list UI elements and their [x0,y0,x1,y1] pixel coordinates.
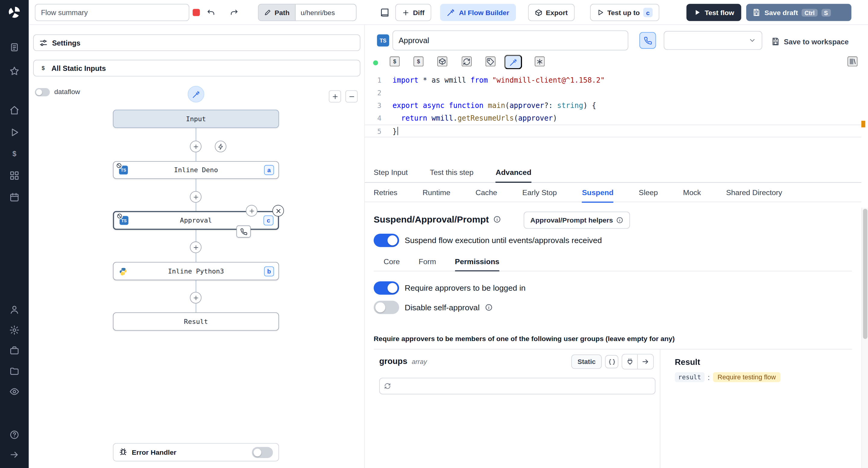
windmill-logo[interactable] [7,4,22,20]
zoom-out-button[interactable] [345,90,358,102]
save-draft-button[interactable]: Save draftCtrlS [746,4,851,21]
sidebar-schedules-icon[interactable] [8,191,21,204]
plug-icon-button[interactable] [622,355,638,369]
export-button[interactable]: Export [528,4,575,21]
sidebar-settings-icon[interactable] [8,324,21,337]
tab-cache[interactable]: Cache [475,183,497,203]
error-handler-toggle[interactable] [252,447,273,458]
flow-node-inline-python3[interactable]: Inline Python3 b [113,262,279,281]
panel-scrollbar[interactable] [861,208,868,468]
tab-retries[interactable]: Retries [374,183,398,203]
wand-icon [447,8,455,17]
ai-assistant-wand-icon[interactable] [504,55,522,69]
overview-ruler-warning [861,121,865,127]
arrow-icon-button[interactable] [638,355,653,369]
result-colon: : [708,373,710,381]
test-up-to-button[interactable]: Test up toc [590,4,659,21]
redo-button[interactable] [226,4,242,21]
approval-phone-icon[interactable] [236,226,251,238]
scrollbar-thumb[interactable] [863,209,867,339]
code-line[interactable]: 1import * as wmill from "windmill-client… [365,74,861,86]
sidebar-workers-icon[interactable] [8,344,21,357]
sidebar-variables-icon[interactable] [8,147,21,161]
sidebar-help-icon[interactable] [8,428,21,441]
sidebar-favorites-icon[interactable] [8,64,21,78]
tab-shared-directory[interactable]: Shared Directory [726,183,782,203]
sidebar-jobs-icon[interactable] [8,126,21,139]
tab-step-input[interactable]: Step Input [374,164,408,183]
insert-branch-button[interactable] [215,141,227,153]
ai-flow-builder-button[interactable]: AI Flow Builder [440,4,516,21]
insert-step-button[interactable] [190,191,202,203]
tab-advanced[interactable]: Advanced [496,164,532,183]
step-name-input[interactable] [393,30,628,50]
step-id-badge: c [643,8,652,17]
tab-sleep[interactable]: Sleep [639,183,658,203]
refresh-icon[interactable] [384,383,391,389]
groups-input[interactable] [394,382,650,390]
result-value-chip[interactable]: Require testing flow [713,372,780,382]
zoom-in-button[interactable] [329,90,341,102]
variable-picker-icon[interactable] [390,56,400,66]
reset-code-icon[interactable] [462,56,472,66]
sidebar-collapse-icon[interactable] [8,448,21,461]
code-line[interactable]: 5} [365,124,861,137]
sidebar-home-icon[interactable] [8,104,21,117]
flow-node-result[interactable]: Result [113,313,279,331]
resource-picker-icon[interactable] [437,56,447,66]
suspend-heading-row: Suspend/Approval/Prompt [374,212,501,227]
template-select[interactable] [664,31,762,50]
tab-test-this-step[interactable]: Test this step [430,164,473,183]
disable-self-approval-toggle[interactable] [374,301,399,314]
sliders-icon [39,38,48,47]
flow-node-inline-deno[interactable]: TS Inline Deno a [113,161,279,179]
tab-early-stop[interactable]: Early Stop [522,183,557,203]
suspend-phone-button[interactable] [639,32,656,49]
code-line[interactable]: 3export async function main(approver?: s… [365,99,861,112]
all-static-inputs-row[interactable]: All Static Inputs [33,60,361,76]
flow-summary-input[interactable] [35,4,189,21]
tab-core[interactable]: Core [384,253,400,271]
insert-step-button[interactable] [190,141,202,153]
dataflow-toggle[interactable] [35,88,50,96]
sidebar-users-icon[interactable] [8,303,21,316]
require-login-toggle[interactable] [374,281,399,295]
path-button[interactable]: Path u/henri/bes [258,4,356,21]
add-step-after-approval-button[interactable] [246,205,258,217]
tab-suspend[interactable]: Suspend [582,183,614,203]
expression-toggle-button[interactable] [605,355,618,368]
script-library-icon[interactable] [847,56,858,66]
sidebar-runs-icon[interactable] [8,40,21,54]
insert-step-button[interactable] [190,292,202,304]
tab-permissions[interactable]: Permissions [455,253,499,271]
delete-step-button[interactable] [273,205,284,217]
save-to-workspace-button[interactable]: Save to workspace [771,34,849,49]
ai-graph-wand-button[interactable] [188,86,204,103]
sidebar-audit-logs-icon[interactable] [8,385,21,398]
code-line[interactable]: 2 [365,87,861,99]
tab-mock[interactable]: Mock [683,183,701,203]
code-line[interactable]: 4 return wmill.getResumeUrls(approver) [365,112,861,124]
generate-icon[interactable] [535,56,545,66]
sidebar-resources-icon[interactable] [8,169,21,182]
play-icon [597,9,604,16]
info-icon[interactable] [493,215,501,223]
error-handler-row[interactable]: Error Handler [113,443,279,461]
insert-step-button[interactable] [190,241,202,253]
tab-form[interactable]: Form [418,253,436,271]
suspend-toggle[interactable] [374,234,399,247]
tab-runtime[interactable]: Runtime [423,183,450,203]
approval-prompt-helpers-button[interactable]: Approval/Prompt helpers [524,212,630,229]
script-tag-icon[interactable] [486,56,495,66]
flow-settings-row[interactable]: Settings [33,34,361,51]
sidebar-folders-icon[interactable] [8,364,21,378]
undo-button[interactable] [203,4,218,21]
contextual-variable-icon[interactable] [413,56,424,66]
test-flow-button[interactable]: Test flow [687,4,741,21]
code-editor[interactable]: 1import * as wmill from "windmill-client… [365,71,861,164]
info-icon[interactable] [485,304,493,312]
docs-book-button[interactable] [376,4,393,21]
static-button[interactable]: Static [571,355,601,369]
diff-button[interactable]: Diff [395,4,431,21]
flow-node-input[interactable]: Input [113,110,279,128]
